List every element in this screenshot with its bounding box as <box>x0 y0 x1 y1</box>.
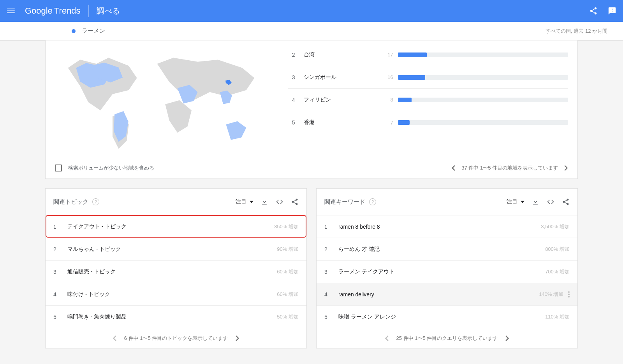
list-rank: 4 <box>53 291 63 298</box>
region-row[interactable]: 3 シンガポール 16 <box>288 66 568 89</box>
list-label: 鳴門巻き - 魚肉練り製品 <box>67 313 277 320</box>
region-bar <box>398 120 568 125</box>
region-list: 2 台湾 17 3 シンガポール 16 4 フィリピン 8 5 香港 7 <box>285 40 577 157</box>
topics-next-icon[interactable] <box>236 335 239 341</box>
region-rank: 4 <box>288 97 299 103</box>
list-rank: 3 <box>324 269 334 275</box>
list-value: 140% 増加 <box>539 291 563 298</box>
list-value: 60% 増加 <box>277 268 299 275</box>
search-term[interactable]: ラーメン <box>72 27 105 35</box>
region-value: 7 <box>378 120 393 126</box>
list-rank: 5 <box>324 314 334 320</box>
topics-sort-dropdown[interactable]: 注目 <box>236 198 253 205</box>
chevron-down-icon <box>521 201 524 203</box>
logo[interactable]: Google Trends <box>25 6 81 16</box>
region-name: 台湾 <box>304 51 378 58</box>
region-bar <box>398 98 568 102</box>
region-pager: 37 件中 1〜5 件目の地域を表示しています <box>451 164 568 172</box>
logo-google: Google <box>25 6 53 16</box>
list-rank: 4 <box>324 291 334 298</box>
list-label: 味付け - トピック <box>67 291 277 298</box>
term-text: ラーメン <box>82 27 105 35</box>
help-icon[interactable]: ? <box>92 198 99 205</box>
svg-point-3 <box>568 296 570 298</box>
logo-trends: Trends <box>54 6 81 16</box>
list-item[interactable]: 2 マルちゃん - トピック 90% 増加 <box>46 238 306 260</box>
subheader: ラーメン すべての国, 過去 12 か月間 <box>0 22 623 40</box>
list-rank: 1 <box>324 224 334 230</box>
share-icon[interactable] <box>291 198 299 206</box>
queries-pager: 25 件中 1〜5 件目のクエリを表示しています <box>317 328 577 348</box>
feedback-icon[interactable] <box>607 6 617 16</box>
region-prev-icon[interactable] <box>451 165 455 171</box>
region-row[interactable]: 5 香港 7 <box>288 111 568 134</box>
list-label: マルちゃん - トピック <box>67 246 277 253</box>
include-low-volume-label: 検索ボリュームが少ない地域を含める <box>68 164 154 172</box>
page-title: 調べる <box>97 6 120 16</box>
region-value: 8 <box>378 97 393 103</box>
embed-icon[interactable] <box>275 198 284 206</box>
list-item[interactable]: 5 味噌 ラーメン アレンジ 110% 増加 <box>317 305 577 328</box>
list-label: 味噌 ラーメン アレンジ <box>338 313 545 320</box>
region-row[interactable]: 2 台湾 17 <box>288 44 568 66</box>
list-label: ramen delivery <box>338 291 539 298</box>
queries-next-icon[interactable] <box>505 335 509 341</box>
region-rank: 2 <box>288 52 299 58</box>
list-item[interactable]: 1 テイクアウト - トピック 350% 増加 <box>46 215 306 238</box>
region-row[interactable]: 4 フィリピン 8 <box>288 89 568 111</box>
list-value: 350% 増加 <box>274 223 299 230</box>
region-value: 17 <box>378 52 393 58</box>
include-low-volume-checkbox[interactable] <box>55 164 62 172</box>
world-map[interactable] <box>46 40 285 157</box>
share-icon[interactable] <box>562 198 570 206</box>
region-pager-text: 37 件中 1〜5 件目の地域を表示しています <box>461 164 558 172</box>
list-value: 90% 増加 <box>277 246 299 253</box>
queries-title: 関連キーワード <box>324 198 365 206</box>
menu-icon[interactable] <box>6 6 16 16</box>
list-item[interactable]: 5 鳴門巻き - 魚肉練り製品 50% 増加 <box>46 305 306 328</box>
region-name: シンガポール <box>304 74 378 81</box>
share-icon[interactable] <box>589 6 598 16</box>
list-rank: 3 <box>53 269 63 275</box>
topics-pager: 6 件中 1〜5 件目のトピックを表示しています <box>46 328 306 348</box>
list-label: らーめん 才 遊記 <box>338 246 545 253</box>
list-item[interactable]: 3 ラーメン テイクアウト 700% 増加 <box>317 260 577 283</box>
help-icon[interactable]: ? <box>369 198 376 205</box>
more-icon[interactable] <box>568 291 570 298</box>
list-value: 800% 増加 <box>545 246 570 253</box>
svg-point-1 <box>568 291 570 293</box>
list-rank: 5 <box>53 314 63 320</box>
region-name: 香港 <box>304 119 378 126</box>
list-label: ラーメン テイクアウト <box>338 268 545 275</box>
region-bar <box>398 52 568 57</box>
region-rank: 5 <box>288 119 299 126</box>
list-item[interactable]: 4 味付け - トピック 60% 増加 <box>46 283 306 305</box>
list-value: 110% 増加 <box>545 313 570 320</box>
download-icon[interactable] <box>260 198 268 206</box>
queries-card: 関連キーワード ? 注目 1 ramen 8 before 8 3,500% 増… <box>316 188 578 348</box>
queries-sort-dropdown[interactable]: 注目 <box>507 198 524 205</box>
term-color-dot <box>72 29 76 33</box>
region-rank: 3 <box>288 74 299 80</box>
list-item[interactable]: 2 らーめん 才 遊記 800% 増加 <box>317 238 577 260</box>
chevron-down-icon <box>250 201 253 203</box>
topics-pager-text: 6 件中 1〜5 件目のトピックを表示しています <box>124 335 228 342</box>
queries-prev-icon[interactable] <box>385 335 389 341</box>
embed-icon[interactable] <box>546 198 555 206</box>
list-item[interactable]: 3 通信販売 - トピック 60% 増加 <box>46 260 306 283</box>
queries-pager-text: 25 件中 1〜5 件目のクエリを表示しています <box>396 335 498 342</box>
svg-point-2 <box>568 294 570 295</box>
region-bar <box>398 75 568 80</box>
region-next-icon[interactable] <box>564 165 568 171</box>
topics-prev-icon[interactable] <box>113 335 116 341</box>
list-rank: 2 <box>53 246 63 252</box>
list-label: テイクアウト - トピック <box>67 223 274 230</box>
download-icon[interactable] <box>531 198 539 206</box>
scope-label: すべての国, 過去 12 か月間 <box>546 28 607 35</box>
list-item[interactable]: 1 ramen 8 before 8 3,500% 増加 <box>317 215 577 238</box>
region-value: 16 <box>378 74 393 80</box>
list-label: 通信販売 - トピック <box>67 268 277 275</box>
list-item[interactable]: 4 ramen delivery 140% 増加 <box>317 283 577 305</box>
region-card: 2 台湾 17 3 シンガポール 16 4 フィリピン 8 5 香港 7 検索ボ… <box>45 40 578 179</box>
list-value: 50% 増加 <box>277 313 299 320</box>
